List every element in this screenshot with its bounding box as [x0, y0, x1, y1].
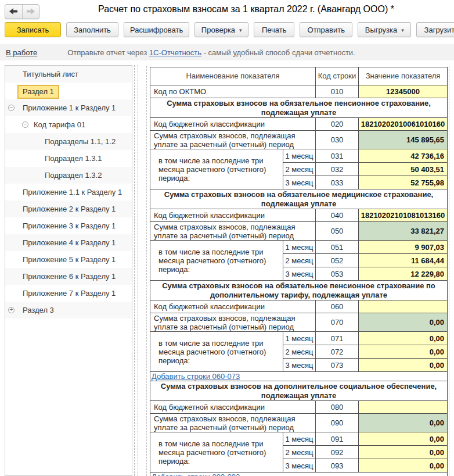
selected-item-highlight: Раздел 1 [17, 85, 59, 99]
check-menu-button[interactable]: Проверка [194, 22, 248, 37]
month-value-field[interactable]: 52 755,98 [359, 176, 448, 189]
expand-icon[interactable] [8, 307, 15, 313]
tree-item-section-3[interactable]: Раздел 3 [5, 302, 132, 318]
month-value-field[interactable]: 0,00 [359, 345, 448, 359]
section-title: Сумма страховых взносов на обязательное … [150, 189, 448, 209]
kbk-value-field[interactable] [359, 401, 448, 414]
month-row: в том числе за последние три месяца расч… [150, 332, 448, 345]
month-value-field[interactable]: 50 403,51 [359, 163, 448, 176]
status-message: Отправьте отчет через 1С-Отчетность - са… [67, 48, 355, 57]
fill-button[interactable]: Заполнить [66, 22, 118, 37]
sum-value-field[interactable]: 145 895,65 [359, 131, 448, 149]
panel-splitter[interactable] [134, 65, 138, 476]
month-value-field[interactable]: 11 684,44 [359, 254, 448, 267]
tree-item-appendix-7[interactable]: Приложение 7 к Разделу 1 [5, 285, 132, 302]
month-label: 1 месяц [283, 432, 316, 446]
month-value-field[interactable]: 0,00 [359, 332, 448, 345]
print-boundary-right [449, 66, 449, 476]
sum-value-field[interactable]: 0,00 [359, 414, 448, 432]
months-group-label: в том числе за последние три месяца расч… [150, 149, 283, 189]
month-code: 071 [316, 332, 359, 345]
kbk-value-field[interactable] [359, 300, 448, 313]
tree-item-appendix-6[interactable]: Приложение 6 к Разделу 1 [5, 268, 132, 285]
month-code: 092 [316, 446, 359, 459]
decrypt-button[interactable]: Расшифровать [124, 22, 189, 37]
kbk-row: Код бюджетной классификации 040 18210202… [150, 209, 448, 222]
tree-item-tariff-code-01[interactable]: Код тарифа 01 [5, 116, 132, 133]
months-group-label: в том числе за последние три месяца расч… [150, 432, 283, 473]
month-value-field[interactable]: 0,00 [359, 359, 448, 372]
month-label: 3 месяц [283, 359, 316, 372]
sum-code: 030 [316, 131, 359, 149]
month-code: 051 [316, 241, 359, 254]
add-rows-080-093-link[interactable]: Добавить строки 080-093 [152, 473, 240, 476]
tree-item-appendix-3[interactable]: Приложение 3 к Разделу 1 [5, 217, 132, 234]
oktmo-label: Код по ОКТМО [150, 85, 316, 98]
month-row: в том числе за последние три месяца расч… [150, 241, 448, 254]
month-label: 1 месяц [283, 149, 316, 163]
tree-item-title-page[interactable]: Титульный лист [5, 66, 132, 83]
month-value-field[interactable]: 42 736,16 [359, 149, 448, 163]
kbk-value-field[interactable]: 18210202101081013160 [359, 209, 448, 222]
month-value-field[interactable]: 0,00 [359, 446, 448, 459]
add-rows-row: Добавить строки 060-073 [150, 372, 448, 381]
1c-reporting-link[interactable]: 1С-Отчетность [149, 48, 201, 57]
export-menu-button[interactable]: Выгрузка [358, 22, 411, 37]
header-code: Код строки [316, 67, 359, 85]
sum-value-field[interactable]: 33 821,27 [359, 222, 448, 241]
months-group-label: в том числе за последние три месяца расч… [150, 241, 283, 281]
page-title: Расчет по страховым взносам за 1 квартал… [41, 4, 452, 15]
months-group-label: в том числе за последние три месяца расч… [150, 332, 283, 372]
forward-button[interactable] [22, 5, 39, 19]
collapse-icon[interactable] [22, 121, 28, 128]
kbk-value-field[interactable]: 18210202010061010160 [359, 118, 448, 131]
tree-item-appendix-5[interactable]: Приложение 5 к Разделу 1 [5, 251, 132, 268]
month-value-field[interactable]: 12 229,80 [359, 267, 448, 281]
month-label: 3 месяц [283, 459, 316, 473]
sum-row: Сумма страховых взносов, подлежащая упла… [150, 222, 448, 241]
month-code: 053 [316, 267, 359, 281]
month-value-field[interactable]: 0,00 [359, 432, 448, 446]
month-value-field[interactable]: 0,00 [359, 459, 448, 473]
load-button[interactable]: Загрузить [416, 22, 454, 37]
month-code: 052 [316, 254, 359, 267]
tree-item-appendix-1-1[interactable]: Приложение 1.1 к Разделу 1 [5, 184, 132, 201]
month-label: 1 месяц [283, 332, 316, 345]
month-value-field[interactable]: 9 907,03 [359, 241, 448, 254]
month-label: 3 месяц [283, 176, 316, 189]
tree-item-appendix-1[interactable]: Приложение 1 к Разделу 1 [5, 99, 132, 116]
tree-item-subsection-132[interactable]: Подраздел 1.3.2 [5, 167, 132, 184]
header-name: Наименование показателя [150, 67, 316, 85]
month-code: 091 [316, 432, 359, 446]
kbk-label: Код бюджетной классификации [150, 401, 316, 414]
tree-item-subsections-11-12[interactable]: Подразделы 1.1, 1.2 [5, 133, 132, 150]
back-button[interactable] [5, 5, 22, 19]
month-code: 093 [316, 459, 359, 473]
month-code: 031 [316, 149, 359, 163]
print-button[interactable]: Печать [254, 22, 294, 37]
tree-item-appendix-2[interactable]: Приложение 2 к Разделу 1 [5, 201, 132, 217]
tree-item-section-1[interactable]: Раздел 1 [5, 83, 132, 99]
month-row: в том числе за последние три месяца расч… [150, 149, 448, 163]
collapse-icon[interactable] [8, 105, 15, 111]
oktmo-value-field[interactable]: 12345000 [359, 85, 448, 98]
section-title-row: Сумма страховых взносов на обязательное … [150, 98, 448, 118]
toolbar: Записать Заполнить Расшифровать Проверка… [5, 22, 454, 38]
send-button[interactable]: Отправить [300, 22, 352, 37]
sum-row: Сумма страховых взносов, подлежащая упла… [150, 313, 448, 332]
add-rows-060-073-link[interactable]: Добавить строки 060-073 [152, 372, 240, 381]
tree-item-appendix-4[interactable]: Приложение 4 к Разделу 1 [5, 234, 132, 251]
forward-arrow-icon [26, 8, 35, 16]
section-title: Сумма страховых взносов на обязательное … [150, 281, 448, 300]
tree-item-subsection-131[interactable]: Подраздел 1.3.1 [5, 150, 132, 167]
sum-value-field[interactable]: 0,00 [359, 313, 448, 332]
report-state-link[interactable]: В работе [6, 48, 37, 57]
kbk-row: Код бюджетной классификации 060 [150, 300, 448, 313]
sum-label: Сумма страховых взносов, подлежащая упла… [150, 131, 316, 149]
month-row: в том числе за последние три месяца расч… [150, 432, 448, 446]
status-bar: В работе Отправьте отчет через 1С-Отчетн… [0, 44, 454, 60]
history-nav-group [5, 4, 39, 19]
save-button[interactable]: Записать [5, 22, 61, 37]
month-label: 2 месяц [283, 254, 316, 267]
month-label: 3 месяц [283, 267, 316, 281]
